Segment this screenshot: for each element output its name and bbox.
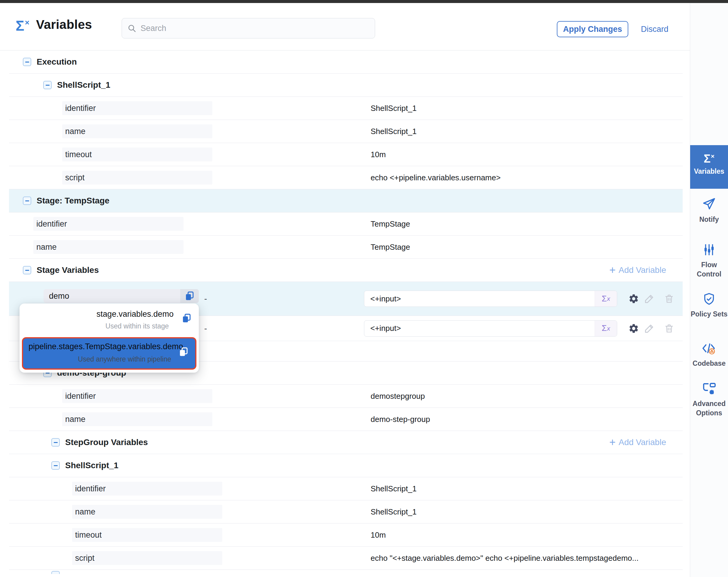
sidebar-item-label: Codebase	[690, 359, 728, 368]
right-sidebar: Σ×VariablesNotifyFlow ControlPolicy Sets…	[690, 3, 728, 577]
group-label: StepGroup Variables	[65, 437, 148, 447]
variable-reference-popup: stage.variables.demoUsed within its stag…	[20, 303, 199, 373]
sliders-icon	[702, 243, 716, 258]
property-row: nameShellScript_1	[9, 120, 683, 143]
variable-scope: Used within its stage	[105, 322, 169, 330]
copy-icon[interactable]	[180, 289, 199, 303]
sidebar-item-advanced-options[interactable]: Advanced Options	[690, 382, 728, 418]
settings-gear-icon[interactable]	[628, 323, 639, 334]
variable-path: stage.variables.demo	[97, 309, 174, 319]
collapse-minus-icon[interactable]	[23, 58, 31, 66]
property-value: demostepgroup	[371, 392, 425, 401]
property-value: demo-step-group	[371, 415, 430, 424]
property-value: ShellScript_1	[371, 484, 417, 494]
property-value: ShellScript_1	[371, 104, 417, 113]
sidebar-item-notify[interactable]: Notify	[690, 197, 728, 224]
variable-name-input[interactable]: demo	[44, 289, 199, 303]
popup-item-selected[interactable]: pipeline.stages.TempStage.variables.demo…	[22, 337, 197, 370]
sidebar-item-label: Notify	[690, 215, 728, 224]
collapse-minus-icon[interactable]	[51, 461, 60, 470]
sidebar-item-variables[interactable]: Σ×Variables	[690, 145, 728, 189]
discard-button[interactable]: Discard	[641, 21, 669, 37]
edit-pencil-icon[interactable]	[644, 293, 655, 304]
search-input[interactable]	[140, 24, 351, 33]
property-name-pill: identifier	[62, 389, 212, 403]
property-name-pill: timeout	[72, 528, 222, 542]
group-label: Stage: TempStage	[37, 196, 109, 205]
sigma-x-icon: Σ×	[704, 153, 714, 165]
sidebar-item-label: Advanced Options	[690, 399, 728, 418]
group-label: Execution	[37, 57, 77, 67]
popup-item[interactable]: stage.variables.demoUsed within its stag…	[20, 303, 199, 336]
plus-icon: +	[609, 265, 616, 276]
property-row: nameTempStage	[9, 235, 683, 259]
apply-changes-button[interactable]: Apply Changes	[557, 21, 628, 37]
edit-pencil-icon[interactable]	[644, 323, 655, 334]
collapse-minus-icon[interactable]	[23, 266, 31, 274]
group-label: Stage Variables	[37, 266, 99, 275]
collapse-minus-icon[interactable]	[43, 81, 52, 89]
property-row: namedemo-step-group	[9, 408, 683, 431]
add-variable-button[interactable]: +Add Variable	[609, 265, 666, 276]
plus-icon: +	[609, 437, 616, 448]
expression-sigma-x-icon[interactable]: Σx	[595, 321, 617, 336]
add-variable-button[interactable]: +Add Variable	[609, 437, 666, 448]
tree-group-row: ShellScript_1	[9, 74, 683, 97]
delete-trash-icon[interactable]	[664, 323, 675, 334]
sidebar-item-policy-sets[interactable]: Policy Sets	[690, 292, 728, 319]
collapse-minus-icon[interactable]	[51, 438, 60, 447]
variable-separator-dash: -	[204, 324, 207, 333]
sidebar-item-flow-control[interactable]: Flow Control	[690, 243, 728, 279]
copy-icon[interactable]	[181, 312, 192, 325]
property-value: TempStage	[371, 219, 410, 229]
group-label: ShellScript_1	[65, 461, 118, 470]
tree-group-row: ShellScript_1	[9, 454, 683, 477]
property-row: scriptecho "<+stage.variables.demo>" ech…	[9, 547, 683, 570]
property-row: identifierTempStage	[9, 212, 683, 235]
property-value: TempStage	[371, 243, 410, 252]
property-row: identifierShellScript_1	[9, 477, 683, 500]
copy-icon[interactable]	[178, 346, 189, 359]
delete-trash-icon[interactable]	[664, 293, 675, 304]
property-value: echo "<+stage.variables.demo>" echo <+pi…	[371, 554, 639, 563]
property-row: timeout10m	[9, 143, 683, 166]
property-row: identifierdemostepgroup	[9, 385, 683, 408]
sidebar-item-codebase[interactable]: Codebase	[690, 342, 728, 368]
property-value: ShellScript_1	[371, 507, 417, 517]
property-row: nameShellScript_1	[9, 500, 683, 524]
tree-group-row: Stage: TempStage	[9, 189, 683, 212]
property-name-pill: identifier	[72, 482, 222, 496]
property-name-pill: name	[33, 240, 183, 254]
property-name-pill: identifier	[33, 217, 183, 231]
variable-value-input[interactable]: <+input>Σx	[364, 320, 617, 336]
add-variable-label: Add Variable	[619, 437, 666, 447]
tree-group-row: Stage Variables+Add Variable	[9, 259, 683, 282]
settings-gear-icon[interactable]	[628, 293, 639, 304]
property-value: 10m	[371, 530, 386, 540]
variable-scope: Used anywhere within pipeline	[78, 355, 171, 363]
property-value: echo <+pipeline.variables.username>	[371, 173, 501, 182]
variable-value-input[interactable]: <+input>Σx	[364, 291, 617, 307]
row-actions	[628, 293, 675, 304]
expression-sigma-x-icon[interactable]: Σx	[595, 291, 617, 306]
tree-group-row: StepGroup Variables+Add Variable	[9, 431, 683, 454]
code-warning-icon	[702, 342, 717, 356]
variable-name: demo	[44, 292, 180, 301]
variable-value: <+input>	[364, 324, 595, 333]
search-icon	[127, 24, 136, 33]
collapse-minus-icon[interactable]	[23, 197, 31, 205]
property-name-pill: script	[62, 171, 212, 184]
property-name-pill: name	[62, 124, 212, 138]
property-value: 10m	[371, 150, 386, 159]
sidebar-item-label: Policy Sets	[690, 309, 728, 319]
property-row: identifierShellScript_1	[9, 97, 683, 120]
clipped-row	[9, 570, 683, 574]
sidebar-item-label: Flow Control	[690, 260, 728, 279]
property-row: timeout10m	[9, 524, 683, 547]
collapse-minus-icon[interactable]	[51, 571, 60, 574]
variables-panel: Σ× Variables Apply Changes Discard Execu…	[0, 3, 690, 577]
variable-value: <+input>	[364, 294, 595, 303]
search-box[interactable]	[122, 18, 375, 39]
panel-header: Σ× Variables Apply Changes Discard	[0, 3, 690, 50]
sigma-x-icon: Σ×	[16, 19, 29, 33]
